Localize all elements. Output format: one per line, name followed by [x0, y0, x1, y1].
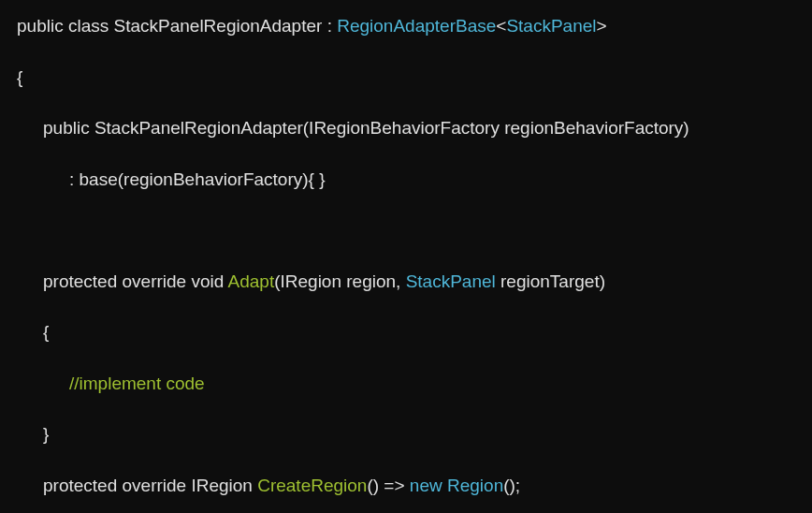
code-token-type: Region — [447, 476, 503, 495]
code-token: (IRegion region, — [274, 271, 405, 291]
code-token: public class StackPanelRegionAdapter : — [17, 16, 337, 36]
code-line-8: } — [17, 421, 795, 448]
code-token-type: StackPanel — [406, 271, 496, 291]
code-token-type: RegionAdapterBase — [337, 16, 496, 36]
code-token: (); — [503, 476, 520, 495]
code-line-3: public StackPanelRegionAdapter(IRegionBe… — [17, 115, 795, 142]
code-line-6: { — [17, 319, 795, 346]
code-token-keyword: new — [410, 476, 442, 495]
code-line-9: protected override IRegion CreateRegion(… — [17, 473, 795, 500]
code-line-7: //implement code — [17, 371, 795, 398]
code-line-4: : base(regionBehaviorFactory){ } — [17, 167, 795, 194]
code-token: { — [17, 67, 22, 87]
code-token: protected override void — [43, 271, 228, 291]
code-token-type: StackPanel — [506, 16, 596, 36]
code-token: > — [597, 16, 607, 36]
code-block: public class StackPanelRegionAdapter : R… — [17, 13, 795, 513]
code-token-comment: //implement code — [69, 374, 205, 393]
code-line-2: { — [17, 65, 795, 92]
blank-line — [17, 217, 795, 244]
code-token: public StackPanelRegionAdapter(IRegionBe… — [43, 118, 689, 138]
code-token: } — [43, 424, 49, 444]
code-token-method: CreateRegion — [257, 476, 367, 495]
code-token: < — [496, 16, 506, 36]
code-token: { — [43, 322, 49, 342]
code-line-1: public class StackPanelRegionAdapter : R… — [17, 13, 795, 40]
code-token: : base(regionBehaviorFactory){ } — [69, 169, 326, 189]
code-line-5: protected override void Adapt(IRegion re… — [17, 269, 795, 296]
code-token: regionTarget) — [496, 271, 605, 291]
code-token: protected override IRegion — [43, 476, 257, 495]
code-token-method: Adapt — [228, 271, 275, 291]
code-token: () => — [367, 476, 409, 495]
